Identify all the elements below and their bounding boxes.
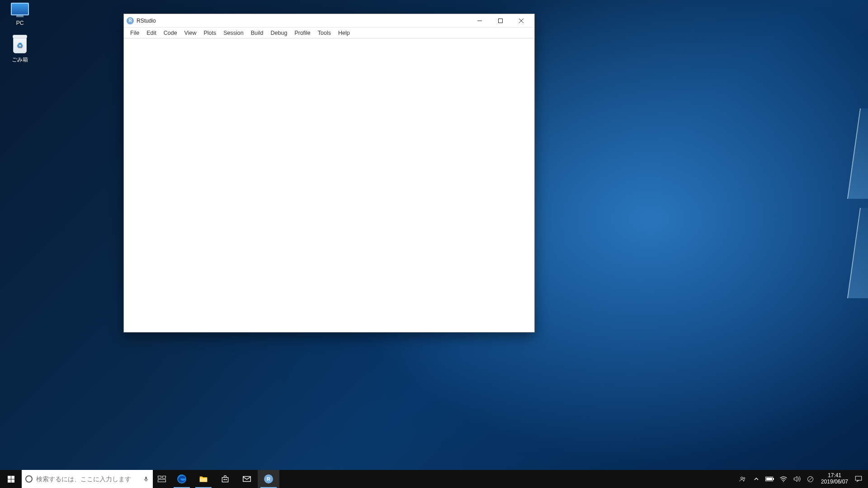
menu-edit[interactable]: Edit bbox=[143, 29, 160, 37]
battery-icon bbox=[765, 476, 774, 482]
start-button[interactable] bbox=[0, 470, 22, 488]
taskbar-item-file-explorer[interactable] bbox=[193, 470, 214, 488]
volume-icon bbox=[793, 475, 801, 483]
menu-view[interactable]: View bbox=[181, 29, 200, 37]
menu-code[interactable]: Code bbox=[160, 29, 181, 37]
taskbar: R 17:41 2019/06/07 bbox=[0, 470, 868, 488]
task-view-icon bbox=[158, 476, 166, 482]
menu-plots[interactable]: Plots bbox=[200, 29, 220, 37]
svg-rect-13 bbox=[226, 479, 227, 480]
svg-point-15 bbox=[741, 477, 743, 479]
recycle-bin-icon bbox=[3, 37, 37, 54]
svg-rect-8 bbox=[158, 480, 166, 482]
menu-debug[interactable]: Debug bbox=[267, 29, 291, 37]
rstudio-client-area[interactable] bbox=[124, 38, 534, 332]
action-center-icon bbox=[854, 475, 863, 483]
svg-point-16 bbox=[743, 478, 745, 479]
taskbar-clock[interactable]: 17:41 2019/06/07 bbox=[817, 473, 852, 485]
maximize-button[interactable] bbox=[490, 14, 511, 28]
titlebar[interactable]: R RStudio bbox=[124, 14, 534, 28]
task-items: R bbox=[171, 470, 279, 488]
svg-rect-10 bbox=[200, 478, 208, 482]
svg-rect-4 bbox=[145, 477, 147, 480]
tray-blocked[interactable] bbox=[804, 476, 817, 483]
svg-rect-19 bbox=[766, 478, 772, 480]
svg-rect-14 bbox=[243, 477, 251, 482]
taskbar-item-edge[interactable] bbox=[171, 470, 193, 488]
taskbar-item-store[interactable] bbox=[214, 470, 236, 488]
tray-people[interactable] bbox=[736, 475, 750, 483]
svg-rect-1 bbox=[499, 19, 503, 23]
menu-file[interactable]: File bbox=[127, 29, 143, 37]
wifi-icon bbox=[779, 476, 788, 482]
svg-rect-18 bbox=[773, 478, 774, 480]
chevron-up-icon bbox=[754, 477, 759, 481]
desktop-icon-label: ごみ箱 bbox=[3, 56, 37, 64]
maximize-icon bbox=[498, 19, 503, 23]
action-center-button[interactable] bbox=[852, 475, 865, 483]
wallpaper-light bbox=[515, 81, 660, 307]
desktop[interactable]: PC ごみ箱 R RStudio File Edit Co bbox=[0, 0, 868, 488]
menu-session[interactable]: Session bbox=[220, 29, 247, 37]
window-title: RStudio bbox=[137, 18, 156, 24]
menu-build[interactable]: Build bbox=[247, 29, 267, 37]
svg-line-22 bbox=[809, 477, 812, 481]
menu-help[interactable]: Help bbox=[335, 29, 354, 37]
microphone-icon[interactable] bbox=[143, 476, 149, 482]
menu-tools[interactable]: Tools bbox=[314, 29, 335, 37]
windows-logo-icon bbox=[8, 476, 14, 483]
svg-point-20 bbox=[783, 481, 784, 482]
minimize-icon bbox=[477, 19, 482, 23]
minimize-button[interactable] bbox=[469, 14, 490, 28]
taskbar-search[interactable] bbox=[22, 470, 153, 488]
task-view-button[interactable] bbox=[153, 470, 171, 488]
menu-profile[interactable]: Profile bbox=[291, 29, 314, 37]
desktop-icon-recycle-bin[interactable]: ごみ箱 bbox=[3, 37, 37, 64]
clock-time: 17:41 bbox=[828, 473, 841, 479]
clock-date: 2019/06/07 bbox=[821, 479, 848, 485]
cortana-icon bbox=[25, 475, 33, 483]
window-controls bbox=[469, 14, 532, 28]
svg-rect-11 bbox=[222, 478, 228, 482]
close-button[interactable] bbox=[511, 14, 532, 28]
edge-icon bbox=[176, 474, 187, 484]
mail-icon bbox=[242, 474, 252, 484]
rstudio-window: R RStudio File Edit Code View Plots Sess… bbox=[123, 14, 535, 333]
tray-wifi[interactable] bbox=[777, 476, 790, 482]
tray-overflow[interactable] bbox=[750, 477, 763, 481]
close-icon bbox=[519, 19, 524, 23]
svg-rect-23 bbox=[855, 476, 862, 480]
people-icon bbox=[739, 475, 747, 483]
menubar: File Edit Code View Plots Session Build … bbox=[124, 28, 534, 38]
svg-rect-12 bbox=[224, 479, 225, 480]
desktop-icon-label: PC bbox=[3, 20, 37, 26]
svg-rect-7 bbox=[163, 476, 166, 479]
tray-battery[interactable] bbox=[763, 476, 777, 482]
pc-icon bbox=[3, 3, 37, 18]
folder-icon bbox=[198, 474, 208, 484]
tray-volume[interactable] bbox=[790, 475, 804, 483]
blocked-icon bbox=[807, 476, 814, 483]
store-icon bbox=[221, 474, 230, 483]
rstudio-icon: R bbox=[264, 474, 273, 483]
desktop-icon-pc[interactable]: PC bbox=[3, 3, 37, 26]
system-tray: 17:41 2019/06/07 bbox=[736, 470, 868, 488]
svg-rect-6 bbox=[158, 476, 161, 479]
rstudio-app-icon: R bbox=[127, 17, 134, 24]
search-input[interactable] bbox=[36, 475, 139, 483]
taskbar-item-rstudio[interactable]: R bbox=[258, 470, 279, 488]
taskbar-item-mail[interactable] bbox=[236, 470, 258, 488]
